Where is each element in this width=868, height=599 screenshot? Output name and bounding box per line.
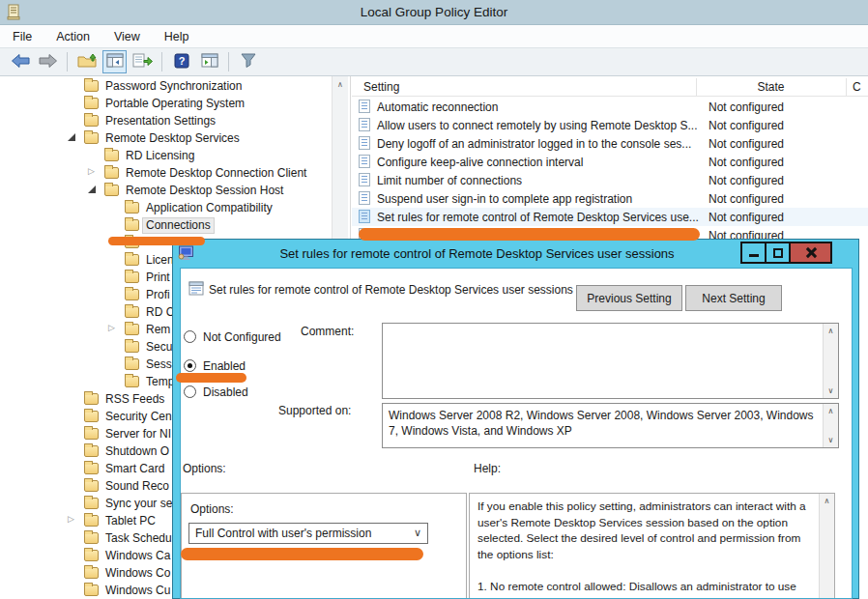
tree-item-label: Windows Co [101,565,174,582]
scroll-up-icon[interactable]: ∧ [824,404,838,418]
tree-expanded-icon[interactable] [68,133,75,141]
setting-row-suspend-user-sign-in-to-complete-app-registration[interactable]: Suspend user sign-in to complete app reg… [352,189,868,208]
toolbar-separator [161,52,162,71]
close-button[interactable] [789,242,832,264]
tree-item-remote-desktop-session-host[interactable]: Remote Desktop Session Host [0,182,332,199]
control-level-dropdown[interactable]: Full Control with user's permission ∨ [188,523,428,544]
tree-item-rd-licensing[interactable]: RD Licensing [0,147,332,164]
scroll-down-icon[interactable]: ∨ [824,433,838,447]
tree-item-remote-desktop-connection-client[interactable]: ▷Remote Desktop Connection Client [0,164,332,182]
help-section-label: Help: [474,462,501,475]
dropdown-value: Full Control with user's permission [195,527,371,540]
minimize-button[interactable] [740,242,767,264]
radio-disabled[interactable]: Disabled [184,384,248,400]
folder-icon [84,585,99,596]
supported-on-label: Supported on: [278,404,351,417]
setting-state: Not configured [709,174,784,187]
toolbar-separator [228,52,229,71]
tree-item-application-compatibility[interactable]: Application Compatibility [0,199,332,216]
tree-item-password-synchronization[interactable]: Password Synchronization [0,77,332,95]
toolbar-folder-up-button[interactable] [74,50,99,73]
tree-item-connections[interactable]: Connections [0,216,332,234]
comment-label: Comment: [301,325,354,338]
scroll-up-icon[interactable]: ∧ [333,76,348,93]
tree-item-presentation-settings[interactable]: Presentation Settings [0,112,332,129]
menu-item-view[interactable]: View [114,30,140,43]
tree-item-remote-desktop-services[interactable]: Remote Desktop Services [0,129,332,147]
supported-scrollbar[interactable]: ∧ ∨ [823,404,838,447]
export-list-icon [132,53,153,71]
menu-item-file[interactable]: File [13,30,32,43]
setting-name: Automatic reconnection [377,100,498,114]
scroll-up-icon[interactable]: ∧ [820,494,834,508]
tree-item-label: Sync your se [101,496,176,512]
folder-icon [84,532,99,544]
scroll-up-icon[interactable]: ∧ [824,324,838,338]
annotation-enabled-underline [176,373,246,383]
minimize-icon [749,254,759,257]
policy-item-icon [359,210,370,223]
radio-enabled[interactable]: Enabled [184,357,246,374]
tree-item-label: Profi [142,287,174,303]
toolbar-back-arrow-button[interactable] [8,50,32,73]
window-title: Local Group Policy Editor [361,5,507,19]
previous-setting-button[interactable]: Previous Setting [576,285,682,311]
setting-row-set-rules-for-remote-control-of-remote-desktop-services-use[interactable]: Set rules for remote control of Remote D… [352,208,868,226]
menu-item-action[interactable]: Action [56,30,90,43]
setting-row-limit-number-of-connections[interactable]: Limit number of connectionsNot configure… [352,171,868,189]
setting-row-deny-logoff-of-an-administrator-logged-in-to-the-console-ses[interactable]: Deny logoff of an administrator logged i… [352,134,868,153]
svg-text:?: ? [178,55,185,67]
setting-row-configure-keep-alive-connection-interval[interactable]: Configure keep-alive connection interval… [352,153,868,171]
radio-button-icon[interactable] [184,330,196,343]
local-group-policy-editor-window: { "window": { "title": "Local Group Poli… [0,0,868,599]
policy-setting-icon [188,281,204,299]
radio-button-icon[interactable] [184,385,196,398]
tree-item-label: Remote Desktop Services [101,130,244,147]
tree-item-label: Smart Card [101,461,168,477]
filter-icon [240,52,257,71]
tree-collapsed-icon[interactable]: ▷ [108,323,115,332]
folder-icon [125,271,139,283]
tree-collapsed-icon[interactable]: ▷ [68,514,74,524]
next-setting-button[interactable]: Next Setting [685,285,782,311]
scroll-down-icon[interactable]: ∨ [820,593,834,599]
tree-item-label: Print [142,270,174,286]
radio-not-configured[interactable]: Not Configured [184,328,281,345]
column-header-state[interactable]: State [696,80,846,94]
folder-icon [84,132,99,144]
tree-item-portable-operating-system[interactable]: Portable Operating System [0,95,332,112]
comment-field[interactable]: ∧ ∨ [382,323,839,399]
maximize-button[interactable] [765,242,791,264]
annotation-dropdown-underline [181,548,423,560]
dialog-monitor-icon [178,245,195,264]
toolbar-forward-arrow-button[interactable] [36,50,60,73]
tree-item-label: Server for NI [101,426,175,442]
tree-expanded-icon[interactable] [88,185,96,193]
tree-item-label: Presentation Settings [101,113,219,129]
radio-button-icon[interactable] [184,359,196,372]
toolbar-filter-button[interactable] [236,50,260,73]
supported-on-field[interactable]: Windows Server 2008 R2, Windows Server 2… [382,403,839,448]
setting-state: Not configured [709,156,784,169]
supported-on-value: Windows Server 2008 R2, Windows Server 2… [389,408,819,439]
tree-item-label: RD Licensing [122,148,198,164]
toolbar-console-tree-button[interactable] [102,50,127,73]
setting-row-allow-users-to-connect-remotely-by-using-remote-desktop-s[interactable]: Allow users to connect remotely by using… [352,116,868,134]
help-scrollbar[interactable]: ∧ ∨ [819,494,834,599]
setting-row-automatic-reconnection[interactable]: Automatic reconnectionNot configured [352,98,868,116]
tree-collapsed-icon[interactable]: ▷ [88,166,95,176]
help-icon: ? [174,53,189,71]
setting-name: Allow users to connect remotely by using… [377,119,697,132]
toolbar: ? [0,47,868,76]
tree-item-label: Connections [142,217,215,234]
column-header-setting[interactable]: Setting [363,80,399,94]
scroll-down-icon[interactable]: ∨ [824,384,838,398]
toolbar-export-list-button[interactable] [130,50,155,73]
menu-item-help[interactable]: Help [164,30,189,43]
toolbar-action-pane-button[interactable] [197,50,221,73]
column-header-comment[interactable]: C [853,80,861,94]
policy-item-icon [359,118,370,131]
toolbar-help-button[interactable]: ? [169,50,193,73]
comment-scrollbar[interactable]: ∧ ∨ [823,324,838,398]
tree-item-label: Security Cen [101,409,176,425]
